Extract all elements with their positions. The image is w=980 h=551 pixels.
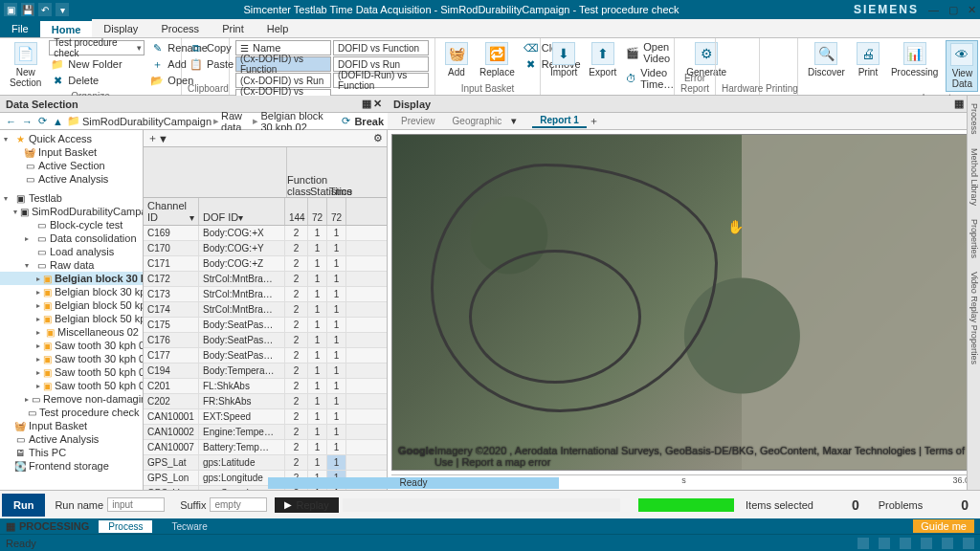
delete-button[interactable]: ✖Delete bbox=[49, 73, 145, 88]
tree-run-item[interactable]: ▸▣Saw tooth 30 kph 04 bbox=[0, 352, 143, 365]
grid-row[interactable]: C170Body:COG:+Y211 bbox=[144, 241, 387, 256]
grid-row[interactable]: CAN10001EXT:Speed211 bbox=[144, 409, 387, 425]
processing-button[interactable]: 📊Processing bbox=[887, 40, 942, 79]
replay-button[interactable]: ▶ Replay bbox=[275, 497, 338, 513]
side-tab-video-replay[interactable]: Video Replay Properties bbox=[969, 268, 979, 368]
tree-item[interactable]: ▭Block-cycle test bbox=[0, 218, 143, 231]
nav-back-icon[interactable]: ← bbox=[4, 116, 18, 127]
tree-input-basket[interactable]: 🧺Input Basket bbox=[0, 419, 143, 432]
side-tab-method-library[interactable]: Method Library bbox=[969, 144, 979, 209]
nav-up-icon[interactable]: ▲ bbox=[51, 116, 65, 127]
tree-testlab[interactable]: ▾▣Testlab bbox=[0, 191, 143, 205]
views-item[interactable]: (DOFID-Run) vs Function bbox=[333, 73, 429, 88]
close-button[interactable]: ✕ bbox=[968, 4, 976, 16]
filter-icon[interactable]: ▼ bbox=[158, 133, 168, 144]
tree-run-item[interactable]: ▸▣Saw tooth 50 kph 04 bbox=[0, 379, 143, 392]
tree-active-analysis[interactable]: ▭Active Analysis bbox=[0, 432, 143, 446]
grid-row[interactable]: C194Body:Tempera…211 bbox=[144, 364, 387, 379]
grid-row[interactable]: C175Body:SeatPas…211 bbox=[144, 318, 387, 333]
tree-item[interactable]: ▭Active Section bbox=[0, 159, 143, 172]
new-section-button[interactable]: 📄New Section bbox=[6, 40, 45, 90]
paste-button[interactable]: 📋Paste bbox=[188, 56, 235, 72]
grid-row[interactable]: C172StrCol:MntBra…211 bbox=[144, 272, 387, 287]
tree-run-item[interactable]: ▸▣Belgian block 50 kph 02 bbox=[0, 298, 143, 312]
col-statistics[interactable]: Statistics bbox=[310, 186, 329, 197]
tree-item[interactable]: ▭Load analysis bbox=[0, 245, 143, 258]
new-folder-button[interactable]: 📁New Folder bbox=[49, 56, 145, 72]
tab-report[interactable]: Report 1 bbox=[532, 114, 587, 128]
col-time[interactable]: Time bbox=[329, 186, 348, 197]
col-function-class[interactable]: Function class bbox=[287, 174, 310, 197]
tree-quick-access[interactable]: ▾★Quick Access bbox=[0, 132, 143, 145]
pane-layout-icon[interactable]: ▦ bbox=[362, 98, 371, 110]
save-icon[interactable]: 💾 bbox=[21, 3, 34, 16]
add-column-icon[interactable]: ＋ bbox=[147, 131, 158, 145]
open-video-button[interactable]: 🎬Open Video bbox=[624, 40, 679, 65]
subtab-tecware[interactable]: Tecware bbox=[162, 520, 216, 533]
basket-add-button[interactable]: 🧺Add bbox=[441, 40, 472, 79]
grid-row[interactable]: C171Body:COG:+Z211 bbox=[144, 256, 387, 272]
tab-preview[interactable]: Preview bbox=[393, 115, 443, 127]
grid-row[interactable]: C173StrCol:MntBra…211 bbox=[144, 287, 387, 302]
tree-run-item[interactable]: ▸▣Saw tooth 50 kph 02 bbox=[0, 365, 143, 379]
grid-row[interactable]: C176Body:SeatPas…211 bbox=[144, 333, 387, 348]
menu-help[interactable]: Help bbox=[256, 19, 301, 37]
maximize-button[interactable]: ▢ bbox=[948, 4, 958, 16]
export-button[interactable]: ⬆Export bbox=[585, 40, 620, 79]
menu-print[interactable]: Print bbox=[211, 19, 256, 37]
print-button[interactable]: 🖨Print bbox=[853, 40, 883, 79]
breadcrumb-item[interactable]: SimRodDurabilityCampaign bbox=[82, 116, 212, 127]
reload-icon[interactable]: ⟳ bbox=[340, 115, 352, 127]
run-name-input[interactable] bbox=[107, 497, 165, 512]
grid-row[interactable]: C177Body:SeatPas…211 bbox=[144, 348, 387, 364]
col-channel[interactable]: Channel ID ▾ bbox=[144, 198, 199, 225]
tree-run-item[interactable]: ▸▣Belgian block 30 kph 04 bbox=[0, 285, 143, 298]
minimize-button[interactable]: — bbox=[928, 4, 939, 16]
guide-me-button[interactable]: Guide me bbox=[913, 519, 974, 533]
settings-icon[interactable]: ⚙ bbox=[373, 132, 383, 144]
status-icon[interactable] bbox=[921, 538, 932, 549]
status-icon[interactable] bbox=[942, 538, 953, 549]
suffix-input[interactable] bbox=[210, 497, 267, 512]
tree-run-item[interactable]: ▸▣Miscellaneous 02 bbox=[0, 325, 143, 339]
video-time-button[interactable]: ⏱Video Time… bbox=[624, 66, 679, 91]
tree-item[interactable]: ▭Active Analysis bbox=[0, 172, 143, 186]
side-tab-properties[interactable]: Properties bbox=[969, 215, 979, 262]
menu-home[interactable]: Home bbox=[40, 19, 93, 37]
menu-display[interactable]: Display bbox=[92, 19, 149, 37]
side-tab-process[interactable]: Process bbox=[969, 99, 979, 139]
break-button[interactable]: Break bbox=[354, 116, 384, 127]
grid-row[interactable]: CAN10007Battery:Temp…211 bbox=[144, 440, 387, 455]
tree-item[interactable]: 🧺Input Basket bbox=[0, 145, 143, 159]
subtab-process[interactable]: Process bbox=[99, 520, 152, 533]
tab-geographic[interactable]: Geographic bbox=[445, 115, 510, 127]
tree-item[interactable]: ▸▭Data consolidation bbox=[0, 231, 143, 245]
tree-run-item[interactable]: ▸▣Belgian block 50 kph 04 bbox=[0, 312, 143, 325]
nav-refresh-icon[interactable]: ⟳ bbox=[36, 115, 49, 127]
breadcrumb-item[interactable]: Belgian block 30 kph 02 bbox=[260, 110, 336, 133]
status-icon[interactable] bbox=[963, 538, 974, 549]
grid-row[interactable]: C169Body:COG:+X211 bbox=[144, 226, 387, 241]
grid-row[interactable]: C202FR:ShkAbs211 bbox=[144, 394, 387, 409]
replay-track[interactable] bbox=[343, 498, 620, 512]
section-combo[interactable]: Test procedure check bbox=[49, 40, 145, 55]
tree-rawdata[interactable]: ▾▭Raw data bbox=[0, 258, 143, 272]
pane-close-icon[interactable]: ✕ bbox=[373, 98, 382, 110]
map-view[interactable]: ✋ Google Imagery ©2020 , Aerodata Intern… bbox=[391, 134, 976, 471]
tree-this-pc[interactable]: 🖥This PC bbox=[0, 446, 143, 459]
status-icon[interactable] bbox=[858, 538, 869, 549]
view-data-button[interactable]: 👁View Data bbox=[946, 40, 978, 92]
nav-fwd-icon[interactable]: → bbox=[20, 116, 34, 127]
grid-row[interactable]: CAN10002Engine:Tempe…211 bbox=[144, 425, 387, 440]
menu-file[interactable]: File bbox=[0, 19, 40, 37]
tree-run-item[interactable]: ▸▣Saw tooth 30 kph 02 bbox=[0, 339, 143, 352]
dropdown-icon[interactable]: ▾ bbox=[56, 3, 69, 16]
status-icon[interactable] bbox=[879, 538, 890, 549]
menu-process[interactable]: Process bbox=[149, 19, 211, 37]
tab-dropdown-icon[interactable]: ▾ bbox=[511, 115, 517, 127]
tree-campaign[interactable]: ▾▣SimRodDurabilityCampaign bbox=[0, 205, 143, 218]
copy-button[interactable]: ⧉Copy bbox=[188, 40, 235, 55]
basket-replace-button[interactable]: 🔁Replace bbox=[476, 40, 519, 79]
tree-frontend-storage[interactable]: 💽Frontend storage bbox=[0, 459, 143, 473]
views-item[interactable]: DOFID vs Function bbox=[333, 40, 429, 55]
